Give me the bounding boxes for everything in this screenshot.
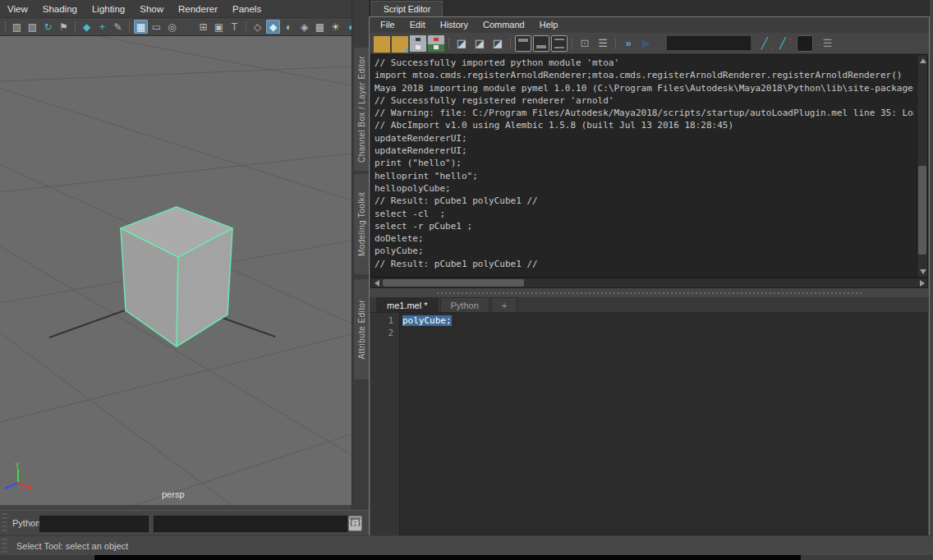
script-editor-launch-icon[interactable]: {;} xyxy=(348,516,362,531)
viewport-menu-panels[interactable]: Panels xyxy=(225,0,269,18)
toolbar-separator xyxy=(448,38,449,49)
execute-icon[interactable]: ▶ xyxy=(638,35,655,52)
help-line-bar: Select Tool: select an object xyxy=(0,535,933,555)
script-editor-menubar: FileEditHistoryCommandHelp xyxy=(370,17,929,33)
toolbar-separator xyxy=(615,38,616,49)
command-input-field[interactable] xyxy=(39,516,149,532)
script-editor-titlebar: Script Editor xyxy=(369,0,930,16)
toolbar-separator xyxy=(510,38,511,49)
textured-mode-icon[interactable]: ◈ xyxy=(297,20,311,34)
vertical-scroll-thumb[interactable] xyxy=(918,166,926,255)
dock-tab-modeling-toolkit[interactable]: Modeling Toolkit xyxy=(354,174,369,274)
scroll-up-icon[interactable] xyxy=(917,55,928,66)
code-editor-area[interactable]: polyCube; xyxy=(401,313,928,551)
search-up-icon[interactable]: ╱ xyxy=(774,35,791,52)
viewport-scene[interactable]: y xyxy=(0,36,352,505)
script-editor-menu-command[interactable]: Command xyxy=(476,17,532,33)
save-to-shelf-icon[interactable] xyxy=(428,35,444,52)
goto-line-icon[interactable]: ☰ xyxy=(815,35,831,52)
script-editor-window: FileEditHistoryCommandHelp ◪◪◪⊡☰»▶╱╱☰ //… xyxy=(369,16,930,553)
viewport-menu-view[interactable]: View xyxy=(0,0,35,18)
camera-rotate-icon[interactable]: ↻ xyxy=(41,20,55,34)
right-dock-tab-strip: Channel Box / Layer EditorModeling Toolk… xyxy=(352,0,369,510)
status-text: Select Tool: select an object xyxy=(16,541,128,551)
pane-splitter[interactable] xyxy=(370,288,929,297)
search-down-icon[interactable]: ╱ xyxy=(756,35,773,52)
scroll-right-icon[interactable] xyxy=(917,278,927,287)
code-line[interactable]: polyCube; xyxy=(402,314,928,327)
history-line: updateRendererUI; xyxy=(375,145,914,157)
bottom-edge-dark-segment xyxy=(94,555,801,560)
show-both-panes-icon[interactable] xyxy=(551,35,568,52)
show-input-pane-icon[interactable] xyxy=(533,35,549,52)
title-safe-icon[interactable]: T xyxy=(228,20,241,34)
history-line: doDelete; xyxy=(375,232,914,245)
script-editor-menu-edit[interactable]: Edit xyxy=(402,17,433,33)
show-history-pane-icon[interactable] xyxy=(515,35,531,52)
material-sphere-icon[interactable]: ◐ xyxy=(282,20,296,34)
script-editor-menu-help[interactable]: Help xyxy=(532,17,566,33)
horizontal-scroll-thumb[interactable] xyxy=(383,279,524,287)
history-line: updateRendererUI; xyxy=(375,132,914,145)
viewport-3d-canvas[interactable]: y persp xyxy=(0,36,352,505)
bookmark-icon[interactable]: ⚑ xyxy=(57,20,71,34)
code-line[interactable] xyxy=(402,327,928,339)
script-editor-menu-file[interactable]: File xyxy=(373,17,402,33)
gate-mask-icon[interactable]: ● xyxy=(181,20,195,34)
scroll-down-icon[interactable] xyxy=(917,266,928,277)
pencil-tool-icon[interactable]: ✎ xyxy=(111,20,125,34)
dock-tab-label: Attribute Editor xyxy=(357,300,366,360)
script-tab-[interactable]: + xyxy=(491,297,517,312)
axis-y-label: y xyxy=(16,460,20,468)
field-chart-icon[interactable]: ⊞ xyxy=(196,20,210,34)
toolbar-separator xyxy=(246,21,246,33)
pan-zoom-tool-icon[interactable]: + xyxy=(95,20,109,34)
clear-all-icon[interactable]: ◪ xyxy=(489,35,506,52)
lighting-icon[interactable]: ☀ xyxy=(329,20,342,34)
scroll-left-icon[interactable] xyxy=(371,278,382,287)
toolbar-separator xyxy=(572,38,572,49)
script-input-pane[interactable]: 12 polyCube; xyxy=(370,313,928,551)
resolution-gate-icon[interactable]: ◎ xyxy=(165,20,179,34)
script-history-pane[interactable]: // Successfully imported python module '… xyxy=(370,54,928,278)
search-input[interactable] xyxy=(667,36,751,50)
script-tab-python[interactable]: Python xyxy=(440,297,489,312)
viewport-menu-show[interactable]: Show xyxy=(132,0,171,18)
color-swatch[interactable] xyxy=(797,35,813,52)
dock-tab-channel-box-layer-editor[interactable]: Channel Box / Layer Editor xyxy=(354,48,369,171)
movie-camera-icon[interactable]: ▧ xyxy=(10,20,24,34)
shaded-mode-icon[interactable]: ◆ xyxy=(266,20,280,34)
line-number: 2 xyxy=(370,327,399,339)
image-plane-icon[interactable]: ▣ xyxy=(212,20,226,34)
script-editor-title-tab[interactable]: Script Editor xyxy=(371,1,443,16)
history-line: helloprint "hello"; xyxy=(375,170,914,182)
history-vertical-scrollbar[interactable] xyxy=(917,55,927,277)
camera-name-label: persp xyxy=(162,489,185,499)
load-script-icon[interactable] xyxy=(392,36,408,53)
selected-code-text: polyCube; xyxy=(402,315,452,326)
clear-input-icon[interactable]: ◪ xyxy=(471,35,488,52)
film-gate-icon[interactable]: ▭ xyxy=(149,20,163,34)
command-result-field[interactable] xyxy=(154,516,347,532)
viewport-menu-renderer[interactable]: Renderer xyxy=(171,0,225,18)
viewport-menu-shading[interactable]: Shading xyxy=(35,0,85,18)
save-script-icon[interactable] xyxy=(410,35,426,52)
wireframe-on-shaded-icon[interactable]: ▩ xyxy=(313,20,327,34)
open-script-icon[interactable] xyxy=(374,36,390,53)
select-tool-icon[interactable]: ◆ xyxy=(80,20,94,34)
wireframe-mode-icon[interactable]: ◇ xyxy=(250,20,264,34)
dock-tab-attribute-editor[interactable]: Attribute Editor xyxy=(354,279,369,379)
history-line: // Successfully registered renderer 'arn… xyxy=(375,94,914,107)
clear-history-icon[interactable]: ◪ xyxy=(453,35,470,52)
camera-lock-icon[interactable]: ▨ xyxy=(25,20,39,34)
line-numbers-icon[interactable]: ☰ xyxy=(595,35,611,52)
echo-all-commands-icon[interactable]: ⊡ xyxy=(577,35,593,52)
history-horizontal-scrollbar[interactable] xyxy=(370,278,928,288)
viewport-menu-lighting[interactable]: Lighting xyxy=(85,0,132,18)
grid-toggle-icon[interactable]: ▦ xyxy=(134,20,148,34)
script-tab-me1-mel[interactable]: me1.mel * xyxy=(376,297,439,312)
script-editor-menu-history[interactable]: History xyxy=(433,17,476,33)
command-line-language-label[interactable]: Python xyxy=(12,518,40,528)
execute-all-icon[interactable]: » xyxy=(620,35,637,52)
splitter-grip xyxy=(437,292,862,294)
